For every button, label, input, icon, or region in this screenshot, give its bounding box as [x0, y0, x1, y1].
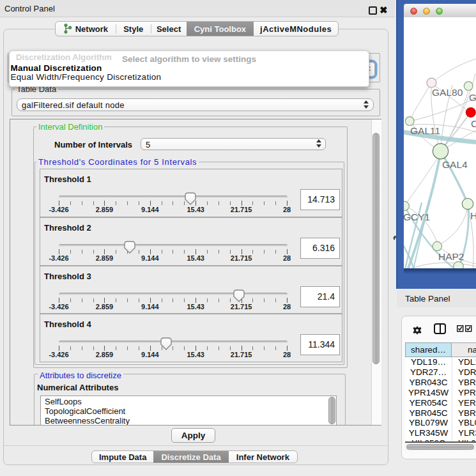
svg-text:H: H: [470, 210, 476, 221]
svg-text:GAL11: GAL11: [410, 125, 440, 136]
svg-text:C: C: [471, 118, 476, 129]
svg-text:GCY1: GCY1: [404, 211, 430, 222]
svg-text:GAL4: GAL4: [442, 159, 468, 170]
svg-text:HAP2: HAP2: [438, 251, 464, 262]
svg-text:GAL80: GAL80: [432, 87, 463, 98]
svg-text:GA: GA: [469, 92, 476, 103]
